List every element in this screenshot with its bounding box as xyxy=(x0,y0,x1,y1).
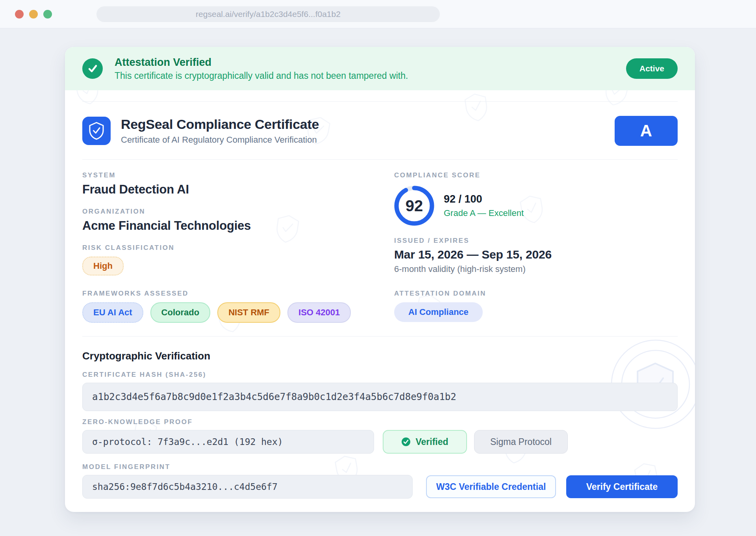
browser-chrome: regseal.ai/verify/a1b2c3d4e5f6...f0a1b2 xyxy=(0,0,756,28)
check-circle-icon xyxy=(401,437,411,447)
attestation-status-banner: Attestation Verified This certificate is… xyxy=(65,47,695,90)
organization-block: ORGANIZATION Acme Financial Technologies xyxy=(82,208,394,233)
crypto-section: Cryptographic Verification CERTIFICATE H… xyxy=(65,350,695,499)
certificate-header: RegSeal Compliance Certificate Certifica… xyxy=(65,102,695,159)
risk-label: RISK CLASSIFICATION xyxy=(82,244,394,252)
score-number: 92 xyxy=(394,186,434,226)
zkp-value: σ-protocol: 7f3a9c...e2d1 (192 hex) xyxy=(92,437,283,447)
framework-badge-eu-ai-act: EU AI Act xyxy=(82,302,143,323)
validity-block: ISSUED / EXPIRES Mar 15, 2026 — Sep 15, … xyxy=(394,237,678,274)
address-bar[interactable]: regseal.ai/verify/a1b2c3d4e5f6...f0a1b2 xyxy=(96,6,440,22)
system-label: SYSTEM xyxy=(82,171,394,179)
zkp-row: σ-protocol: 7f3a9c...e2d1 (192 hex) Veri… xyxy=(82,430,678,454)
check-circle-icon xyxy=(82,58,103,79)
frameworks-label: FRAMEWORKS ASSESSED xyxy=(82,290,394,298)
score-grade: Grade A — Excellent xyxy=(444,208,524,218)
minimize-window-button[interactable] xyxy=(29,10,38,19)
details-right-column: COMPLIANCE SCORE 92 92 / 100 Grade A — E… xyxy=(394,171,678,275)
page-title: RegSeal Compliance Certificate xyxy=(121,117,319,132)
banner-title: Attestation Verified xyxy=(115,56,408,69)
fingerprint-value: sha256:9e8f7d6c5b4a3210...c4d5e6f7 xyxy=(92,482,278,492)
validity-dates: Mar 15, 2026 — Sep 15, 2026 xyxy=(394,248,678,261)
banner-subtitle: This certificate is cryptographically va… xyxy=(115,71,408,81)
certificate-hash-field: a1b2c3d4e5f6a7b8c9d0e1f2a3b4c5d6e7f8a9b0… xyxy=(82,383,678,411)
address-bar-url: regseal.ai/verify/a1b2c3d4e5f6...f0a1b2 xyxy=(196,9,341,19)
certificate-details: SYSTEM Fraud Detection AI ORGANIZATION A… xyxy=(65,160,695,323)
frameworks-block: FRAMEWORKS ASSESSED EU AI Act Colorado N… xyxy=(82,290,394,323)
verify-certificate-button[interactable]: Verify Certificate xyxy=(566,475,678,498)
crypto-section-title: Cryptographic Verification xyxy=(82,350,678,362)
close-window-button[interactable] xyxy=(15,10,24,19)
page: regseal.ai/verify/a1b2c3d4e5f6...f0a1b2 xyxy=(0,0,756,536)
validity-label: ISSUED / EXPIRES xyxy=(394,237,678,245)
score-ring: 92 xyxy=(394,186,434,226)
fingerprint-row: sha256:9e8f7d6c5b4a3210...c4d5e6f7 W3C V… xyxy=(82,475,678,499)
risk-block: RISK CLASSIFICATION High xyxy=(82,244,394,275)
fingerprint-value-field: sha256:9e8f7d6c5b4a3210...c4d5e6f7 xyxy=(82,475,413,499)
domain-label: ATTESTATION DOMAIN xyxy=(394,290,678,298)
system-value: Fraud Detection AI xyxy=(82,182,394,197)
zkp-value-field: σ-protocol: 7f3a9c...e2d1 (192 hex) xyxy=(82,430,374,454)
w3c-credential-button[interactable]: W3C Verifiable Credential xyxy=(426,475,556,498)
certificate-card: Attestation Verified This certificate is… xyxy=(65,47,695,512)
organization-label: ORGANIZATION xyxy=(82,208,394,216)
fingerprint-label: MODEL FINGERPRINT xyxy=(82,463,678,471)
zkp-verified-label: Verified xyxy=(415,437,448,447)
score-block: 92 92 / 100 Grade A — Excellent xyxy=(394,186,678,226)
zkp-protocol-label: Sigma Protocol xyxy=(490,437,552,447)
zkp-verified-badge: Verified xyxy=(383,430,467,454)
domain-badge: AI Compliance xyxy=(394,302,483,322)
status-badge: Active xyxy=(626,58,678,79)
shield-check-icon xyxy=(82,117,111,145)
zkp-protocol-badge: Sigma Protocol xyxy=(474,430,568,454)
divider xyxy=(82,336,678,337)
framework-badge-nist-rmf: NIST RMF xyxy=(217,302,280,323)
framework-badge-colorado: Colorado xyxy=(150,302,211,323)
window-controls xyxy=(15,10,52,19)
score-label: COMPLIANCE SCORE xyxy=(394,171,678,179)
certificate-hash-value: a1b2c3d4e5f6a7b8c9d0e1f2a3b4c5d6e7f8a9b0… xyxy=(92,391,456,402)
details-left-column: SYSTEM Fraud Detection AI ORGANIZATION A… xyxy=(82,171,394,275)
risk-badge: High xyxy=(82,257,124,275)
system-block: SYSTEM Fraud Detection AI xyxy=(82,171,394,197)
domain-block: ATTESTATION DOMAIN AI Compliance xyxy=(394,290,678,323)
zkp-label: ZERO-KNOWLEDGE PROOF xyxy=(82,418,678,426)
maximize-window-button[interactable] xyxy=(43,10,52,19)
grade-badge: A xyxy=(615,116,678,146)
validity-note: 6-month validity (high-risk system) xyxy=(394,264,678,274)
hash-label: CERTIFICATE HASH (SHA-256) xyxy=(82,371,678,379)
page-subtitle: Certificate of AI Regulatory Compliance … xyxy=(121,135,319,145)
organization-value: Acme Financial Technologies xyxy=(82,219,394,233)
score-fraction: 92 / 100 xyxy=(444,193,524,205)
framework-badge-iso-42001: ISO 42001 xyxy=(287,302,351,323)
